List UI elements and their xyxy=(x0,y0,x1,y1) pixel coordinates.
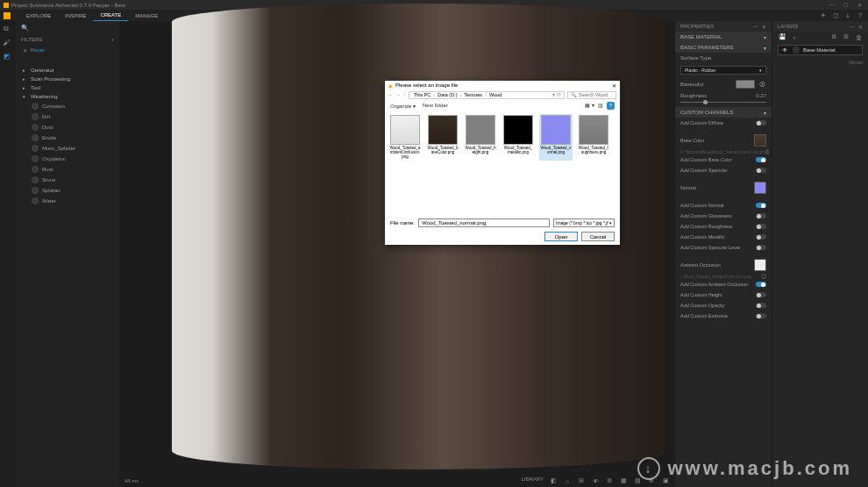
toggle-glossiness[interactable] xyxy=(756,213,766,218)
toggle-basecolor[interactable] xyxy=(756,157,766,162)
maximize-button[interactable]: ☐ xyxy=(843,2,850,9)
tree-item[interactable]: Water xyxy=(19,196,116,206)
menu-explore[interactable]: EXPLORE xyxy=(19,11,58,21)
props-minimize-icon[interactable]: — xyxy=(753,24,758,30)
menu-icon-1[interactable]: ◫ xyxy=(831,11,840,20)
tree-item[interactable]: Rust xyxy=(19,164,116,175)
tree-item[interactable]: Dust xyxy=(19,122,116,132)
group-weathering[interactable]: ▾Weathering xyxy=(19,92,116,101)
group-tool[interactable]: ▸Tool xyxy=(19,83,116,92)
organize-button[interactable]: Organize ▾ xyxy=(390,103,416,109)
vp-icon-2[interactable]: ☼ xyxy=(563,476,572,485)
basecolor-picker-icon[interactable]: ⦿ xyxy=(758,80,766,89)
section-custom-channels[interactable]: CUSTOM CHANNELS▾ xyxy=(675,107,772,118)
tree-item[interactable]: Splatter xyxy=(19,185,116,196)
tree-item[interactable]: Corrosion xyxy=(19,101,116,111)
toggle-height[interactable] xyxy=(756,292,766,297)
dialog-close-button[interactable]: ✕ xyxy=(612,82,616,89)
nav-back-icon[interactable]: ← xyxy=(388,92,394,97)
normal-thumb[interactable] xyxy=(754,182,766,194)
menu-icon-2[interactable]: ⤓ xyxy=(843,11,852,20)
vp-icon-5[interactable]: ⚙ xyxy=(605,476,614,485)
surface-type-select[interactable]: Plastic - Rubber▾ xyxy=(680,66,766,75)
vp-icon-4[interactable]: 👁 xyxy=(591,476,600,485)
section-base-material[interactable]: BASE MATERIAL▾ xyxy=(675,32,772,42)
open-button[interactable]: Open xyxy=(544,232,578,241)
tree-item[interactable]: Dirt xyxy=(19,111,116,122)
viewport-footer: 44 ms LIBRARY ◧ ☼ ⊞ 👁 ⚙ ▦ ▧ ⊕ ▣ xyxy=(119,475,675,487)
search-icon: 🔍 xyxy=(571,92,577,97)
tree-item[interactable]: Snow xyxy=(19,175,116,185)
menu-inspire[interactable]: INSPIRE xyxy=(58,11,93,21)
add-filter-button[interactable]: + xyxy=(110,37,114,42)
newfolder-button[interactable]: New folder xyxy=(423,103,448,108)
remove-filter-icon[interactable]: ✕ xyxy=(23,47,27,54)
toggle-normal[interactable] xyxy=(756,203,766,208)
tree-item[interactable]: Erode xyxy=(19,132,116,143)
side-icon-2[interactable]: 🖌 xyxy=(4,39,12,47)
toggle-opacity[interactable] xyxy=(756,303,766,308)
dialog-titlebar: ◆ Please select an image file ✕ xyxy=(385,81,620,90)
toggle-ao[interactable] xyxy=(756,282,766,287)
toggle-metallic[interactable] xyxy=(756,234,766,240)
breadcrumb[interactable]: This PC› Data (D:)› Textures› Wood ▾ ⟳ xyxy=(409,91,565,99)
file-tile[interactable]: Wood_Toasted_normal.png xyxy=(539,114,573,161)
reload-button[interactable]: Reload xyxy=(778,60,863,65)
send-icon[interactable]: ✈ xyxy=(819,11,828,20)
filter-tree: ▸Generator ▸Scan Processing ▸Tool ▾Weath… xyxy=(16,62,119,487)
toggle-specular[interactable] xyxy=(756,168,766,173)
group-generator[interactable]: ▸Generator xyxy=(19,66,116,75)
cancel-button[interactable]: Cancel xyxy=(581,232,615,241)
file-tile[interactable]: Wood_Toasted_roughness.png xyxy=(577,114,610,161)
ao-thumb[interactable] xyxy=(754,259,766,271)
layer-base-material[interactable]: 👁 Base Material xyxy=(778,45,863,55)
side-icon-1[interactable]: ⧉ xyxy=(4,25,12,33)
props-close-icon[interactable]: ✕ xyxy=(762,24,766,30)
view-icons-button[interactable]: ▦ ▾ xyxy=(585,102,594,110)
layers-add-icon[interactable]: ⊞ xyxy=(842,32,850,41)
toggle-roughness[interactable] xyxy=(756,224,766,229)
visibility-icon[interactable]: 👁 xyxy=(782,47,789,53)
view-list-button[interactable]: ▥ xyxy=(598,102,603,110)
section-basic-parameters[interactable]: BASIC PARAMETERS▾ xyxy=(675,42,772,53)
filetype-select[interactable]: Image (*.bmp *.ico *.jpg *.jf▾ xyxy=(553,218,615,227)
help-icon[interactable]: ? xyxy=(856,11,864,20)
save-icon[interactable]: 💾 xyxy=(778,32,786,41)
vp-icon-6[interactable]: ▦ xyxy=(619,476,628,485)
file-tile[interactable]: Wood_Toasted_height.png xyxy=(464,114,497,161)
roughness-track[interactable] xyxy=(680,102,766,103)
layers-tool-icon[interactable]: ⟐ xyxy=(790,32,799,41)
search-icon[interactable]: 🔍 xyxy=(21,25,29,32)
layers-minimize-icon[interactable]: — xyxy=(850,24,855,30)
nav-fwd-icon[interactable]: → xyxy=(396,92,402,97)
menu-create[interactable]: CREATE xyxy=(93,10,128,21)
basecolor-thumb[interactable] xyxy=(754,134,766,147)
file-tile[interactable]: Wood_Toasted_ambientOcclusion.png xyxy=(388,114,422,161)
menu-manage[interactable]: MANAGE xyxy=(128,11,165,21)
layers-close-icon[interactable]: ✕ xyxy=(858,24,863,30)
side-icon-3[interactable]: ◩ xyxy=(4,53,12,61)
vp-icon-1[interactable]: ◧ xyxy=(549,476,558,485)
vp-icon-3[interactable]: ⊞ xyxy=(577,476,586,485)
close-button[interactable]: ✕ xyxy=(857,2,864,9)
roughness-thumb[interactable] xyxy=(703,100,708,104)
basecolor-swatch[interactable] xyxy=(736,80,755,89)
dialog-search[interactable]: 🔍 xyxy=(567,91,616,99)
file-tile[interactable]: Wood_Toasted_baseColor.png xyxy=(426,114,459,161)
layers-gear-icon[interactable]: ⚙ xyxy=(829,32,838,41)
filename-input[interactable] xyxy=(418,218,550,227)
filter-reset[interactable]: ✕ Reset xyxy=(16,45,119,55)
tree-item[interactable]: Moss_Splatter xyxy=(19,143,116,154)
layers-delete-icon[interactable]: 🗑 xyxy=(854,32,863,41)
toggle-specular-level[interactable] xyxy=(756,245,766,250)
file-tile[interactable]: Wood_Toasted_metallic.png xyxy=(502,114,535,161)
toggle-diffuse[interactable] xyxy=(756,120,766,125)
dialog-help-button[interactable]: ? xyxy=(607,102,615,110)
toggle-emissive[interactable] xyxy=(756,313,766,319)
minimize-button[interactable]: — xyxy=(829,2,836,9)
group-scan-processing[interactable]: ▸Scan Processing xyxy=(19,75,116,83)
watermark: ↓ www.macjb.com xyxy=(637,457,852,480)
tree-item[interactable]: Oxydation xyxy=(19,154,116,164)
nav-up-icon[interactable]: ↑ xyxy=(403,92,406,97)
dialog-search-input[interactable] xyxy=(579,92,613,97)
